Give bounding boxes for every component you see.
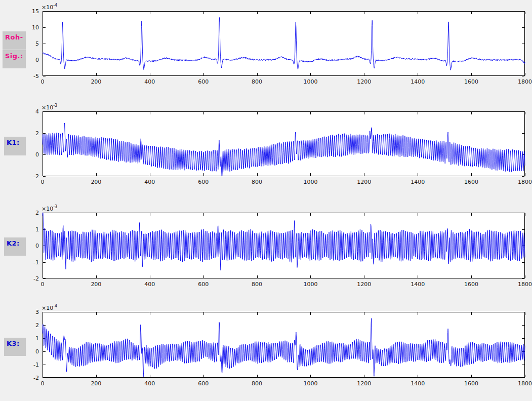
label-roh: Roh-: [3, 31, 26, 50]
panel-k2: ×10-3 020040060080010001200140016001800-…: [43, 213, 525, 278]
y-tick-label: 1: [35, 335, 39, 342]
x-tick-label: 400: [144, 78, 155, 85]
x-tick-label: 400: [144, 380, 155, 387]
x-tick-label: 1000: [303, 78, 317, 85]
y-tick-label: -1: [33, 362, 39, 368]
y-tick-label: -5: [33, 73, 39, 79]
x-tick-label: 1800: [518, 281, 532, 288]
x-tick-label: 1800: [518, 380, 532, 387]
y-tick-label: 5: [35, 41, 39, 47]
x-tick-label: 1400: [411, 78, 425, 85]
signal-plot-svg: [43, 213, 525, 278]
x-tick-label: 400: [144, 281, 155, 288]
y-tick-label: 4: [35, 108, 39, 115]
panel-k3: ×10-4 020040060080010001200140016001800-…: [43, 312, 525, 378]
axes-box: [43, 12, 525, 76]
label-sig: Sig.:: [3, 50, 26, 68]
x-tick-label: 1800: [518, 78, 532, 85]
x-tick-label: 1000: [303, 179, 317, 185]
x-tick-label: 200: [91, 78, 101, 85]
x-tick-label: 1200: [357, 78, 371, 85]
x-tick-label: 600: [198, 179, 209, 185]
y-tick-label: -2: [33, 375, 39, 381]
x-tick-label: 1600: [464, 380, 478, 387]
signal-line: [43, 17, 525, 70]
label-k2: K2:: [4, 237, 26, 256]
y-tick-label: -2: [33, 173, 39, 180]
signal-plot-svg: [43, 111, 525, 176]
x-tick-label: 400: [144, 179, 155, 185]
x-tick-label: 800: [252, 281, 262, 288]
y-tick-label: 10: [32, 24, 39, 31]
x-tick-label: 1600: [464, 78, 478, 85]
y-tick-label: 0: [35, 243, 39, 249]
axes-box: [43, 312, 525, 378]
signal-line: [43, 318, 525, 377]
y-tick-label: 15: [32, 8, 39, 15]
x-tick-label: 800: [252, 380, 262, 387]
x-tick-label: 1200: [357, 281, 371, 288]
y-tick-label: 0: [35, 57, 39, 63]
signal-line: [43, 213, 525, 270]
y-axis-exponent: ×10-4: [42, 3, 57, 11]
x-tick-label: 800: [252, 179, 262, 185]
panel-roh-signal: ×10-4 020040060080010001200140016001800-…: [43, 11, 525, 76]
x-tick-label: 1400: [411, 380, 425, 387]
x-tick-label: 1000: [303, 380, 317, 387]
x-tick-label: 0: [41, 281, 45, 288]
matlab-figure: Roh- Sig.: K1: K2: K3: ×10-4 02004006008…: [0, 0, 532, 401]
x-tick-label: 0: [41, 380, 45, 387]
y-axis-exponent: ×10-3: [42, 205, 57, 212]
x-tick-label: 600: [198, 380, 209, 387]
x-tick-label: 200: [91, 281, 101, 288]
x-tick-label: 600: [198, 281, 209, 288]
signal-plot-svg: [43, 11, 525, 76]
x-tick-label: 1400: [411, 281, 425, 288]
y-tick-label: 2: [35, 322, 39, 329]
x-tick-label: 0: [41, 179, 45, 185]
x-tick-label: 1600: [464, 281, 478, 288]
x-tick-label: 1800: [518, 179, 532, 185]
y-axis-exponent: ×10-3: [42, 103, 57, 111]
y-tick-label: 0: [35, 348, 39, 355]
label-k3: K3:: [4, 338, 26, 356]
x-tick-label: 200: [91, 380, 101, 387]
y-tick-label: 3: [35, 309, 39, 315]
y-tick-label: -1: [33, 259, 39, 265]
y-tick-label: 0: [35, 151, 39, 158]
x-tick-label: 1200: [357, 179, 371, 185]
x-tick-label: 1400: [411, 179, 425, 185]
signal-plot-svg: [43, 312, 525, 378]
x-tick-label: 1000: [303, 281, 317, 288]
y-tick-label: -2: [33, 275, 39, 282]
y-axis-exponent: ×10-4: [42, 304, 57, 311]
y-tick-label: 1: [35, 226, 39, 232]
y-tick-label: 2: [35, 210, 39, 216]
label-k1: K1:: [4, 137, 26, 155]
x-tick-label: 1600: [464, 179, 478, 185]
y-tick-label: 2: [35, 130, 39, 136]
x-tick-label: 800: [252, 78, 262, 85]
panel-k1: ×10-3 020040060080010001200140016001800-…: [43, 111, 525, 176]
x-tick-label: 200: [91, 179, 101, 185]
x-tick-label: 1200: [357, 380, 371, 387]
signal-line: [43, 123, 525, 176]
x-tick-label: 600: [198, 78, 209, 85]
x-tick-label: 0: [41, 78, 45, 85]
